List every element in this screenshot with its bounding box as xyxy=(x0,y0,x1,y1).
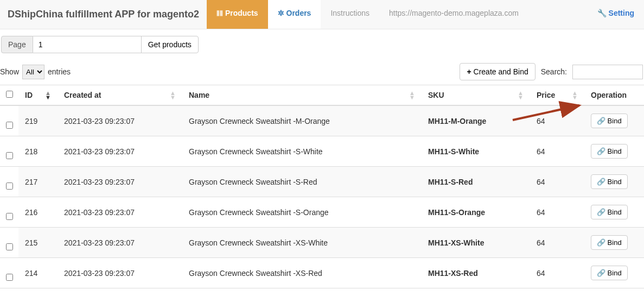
cell-price: 64 xyxy=(530,228,584,258)
store-url[interactable]: https://magento-demo.mageplaza.com xyxy=(379,0,528,29)
sort-icon: ▲▼ xyxy=(518,91,524,99)
tab-setting[interactable]: 🔧 Setting xyxy=(588,0,644,29)
table-row: 2162021-03-23 09:23:07Grayson Crewneck S… xyxy=(0,197,644,228)
table-row: 2142021-03-23 09:23:07Grayson Crewneck S… xyxy=(0,258,644,288)
table-row: 2192021-03-23 09:23:07Grayson Crewneck S… xyxy=(0,105,644,136)
page-input[interactable] xyxy=(33,36,142,53)
cell-created: 2021-03-23 09:23:07 xyxy=(58,136,182,167)
cell-name: Grayson Crewneck Sweatshirt -S-White xyxy=(182,136,422,167)
cell-id: 217 xyxy=(18,167,58,197)
col-operation: Operation xyxy=(584,85,644,106)
page-label: Page xyxy=(1,36,33,53)
search-input[interactable] xyxy=(572,65,643,79)
wrench-icon: 🔧 xyxy=(597,9,607,17)
gear-icon: ✲ xyxy=(278,9,284,17)
show-label: Show xyxy=(0,67,19,76)
tab-setting-label: Setting xyxy=(609,9,634,17)
table-controls: Show All entries + Create and Bind Searc… xyxy=(0,60,644,85)
get-products-button[interactable]: Get products xyxy=(141,36,199,53)
select-all-checkbox[interactable] xyxy=(6,91,13,98)
link-icon: 🔗 xyxy=(597,178,605,186)
table-row: 2172021-03-23 09:23:07Grayson Crewneck S… xyxy=(0,167,644,197)
cell-sku: MH11-S-Orange xyxy=(422,197,530,228)
bind-button[interactable]: 🔗 Bind xyxy=(591,174,628,189)
create-bind-label: Create and Bind xyxy=(474,67,528,76)
cell-sku: MH11-S-Red xyxy=(422,167,530,197)
cell-created: 2021-03-23 09:23:07 xyxy=(58,228,182,258)
tab-orders-label: Orders xyxy=(286,9,311,17)
col-sku[interactable]: SKU ▲▼ xyxy=(422,85,530,106)
cell-created: 2021-03-23 09:23:07 xyxy=(58,105,182,136)
row-checkbox[interactable] xyxy=(6,274,13,281)
row-checkbox[interactable] xyxy=(6,152,13,159)
cell-sku: MH11-S-White xyxy=(422,136,530,167)
link-icon: 🔗 xyxy=(597,117,605,125)
page-toolbar: Page Get products xyxy=(0,29,644,60)
cell-name: Grayson Crewneck Sweatshirt -XS-White xyxy=(182,228,422,258)
cell-created: 2021-03-23 09:23:07 xyxy=(58,197,182,228)
cell-name: Grayson Crewneck Sweatshirt -M-Orange xyxy=(182,105,422,136)
col-name[interactable]: Name ▲▼ xyxy=(182,85,422,106)
bind-button[interactable]: 🔗 Bind xyxy=(591,144,628,159)
bind-button[interactable]: 🔗 Bind xyxy=(591,205,628,219)
products-table: ID ▲▼ Created at ▲▼ Name ▲▼ SKU ▲▼ Price… xyxy=(0,85,644,288)
tab-orders[interactable]: ✲ Orders xyxy=(268,0,321,29)
sort-icon: ▲▼ xyxy=(409,91,415,99)
cell-id: 214 xyxy=(18,258,58,288)
sort-icon: ▲▼ xyxy=(45,91,51,99)
link-icon: 🔗 xyxy=(597,208,605,216)
cell-sku: MH11-XS-White xyxy=(422,228,530,258)
cell-price: 64 xyxy=(530,258,584,288)
table-row: 2152021-03-23 09:23:07Grayson Crewneck S… xyxy=(0,228,644,258)
cell-operation: 🔗 Bind xyxy=(584,228,644,258)
cell-operation: 🔗 Bind xyxy=(584,136,644,167)
cell-sku: MH11-M-Orange xyxy=(422,105,530,136)
row-checkbox[interactable] xyxy=(6,213,13,220)
cell-price: 64 xyxy=(530,167,584,197)
tab-products[interactable]: ⦀⦀ Products xyxy=(207,0,268,29)
tab-instructions[interactable]: Instructions xyxy=(321,0,379,29)
entries-label: entries xyxy=(48,67,71,76)
row-checkbox[interactable] xyxy=(6,243,13,250)
row-checkbox[interactable] xyxy=(6,183,13,190)
link-icon: 🔗 xyxy=(597,238,605,247)
cell-operation: 🔗 Bind xyxy=(584,197,644,228)
cell-operation: 🔗 Bind xyxy=(584,105,644,136)
row-checkbox[interactable] xyxy=(6,122,13,129)
navbar: DShipChina fulfillment APP for magento2 … xyxy=(0,0,644,29)
sort-icon: ▲▼ xyxy=(572,91,578,99)
link-icon: 🔗 xyxy=(597,147,605,155)
col-price[interactable]: Price ▲▼ xyxy=(530,85,584,106)
cell-operation: 🔗 Bind xyxy=(584,258,644,288)
cell-price: 64 xyxy=(530,136,584,167)
sort-icon: ▲▼ xyxy=(170,91,176,99)
cell-created: 2021-03-23 09:23:07 xyxy=(58,258,182,288)
cell-operation: 🔗 Bind xyxy=(584,167,644,197)
cell-id: 218 xyxy=(18,136,58,167)
cell-id: 215 xyxy=(18,228,58,258)
cell-id: 219 xyxy=(18,105,58,136)
cell-name: Grayson Crewneck Sweatshirt -S-Red xyxy=(182,167,422,197)
length-select[interactable]: All xyxy=(22,65,44,79)
barcode-icon: ⦀⦀ xyxy=(216,9,223,17)
create-and-bind-button[interactable]: + Create and Bind xyxy=(460,63,535,80)
bind-button[interactable]: 🔗 Bind xyxy=(591,235,628,250)
cell-sku: MH11-XS-Red xyxy=(422,258,530,288)
link-icon: 🔗 xyxy=(597,269,605,277)
bind-button[interactable]: 🔗 Bind xyxy=(591,266,628,280)
cell-created: 2021-03-23 09:23:07 xyxy=(58,167,182,197)
cell-price: 64 xyxy=(530,197,584,228)
cell-id: 216 xyxy=(18,197,58,228)
brand-title: DShipChina fulfillment APP for magento2 xyxy=(0,0,207,29)
plus-icon: + xyxy=(467,67,471,76)
tab-products-label: Products xyxy=(225,9,258,17)
table-row: 2182021-03-23 09:23:07Grayson Crewneck S… xyxy=(0,136,644,167)
col-id[interactable]: ID ▲▼ xyxy=(18,85,58,106)
search-label: Search: xyxy=(541,67,567,76)
bind-button[interactable]: 🔗 Bind xyxy=(591,114,628,128)
cell-price: 64 xyxy=(530,105,584,136)
cell-name: Grayson Crewneck Sweatshirt -XS-Red xyxy=(182,258,422,288)
col-created[interactable]: Created at ▲▼ xyxy=(58,85,182,106)
cell-name: Grayson Crewneck Sweatshirt -S-Orange xyxy=(182,197,422,228)
